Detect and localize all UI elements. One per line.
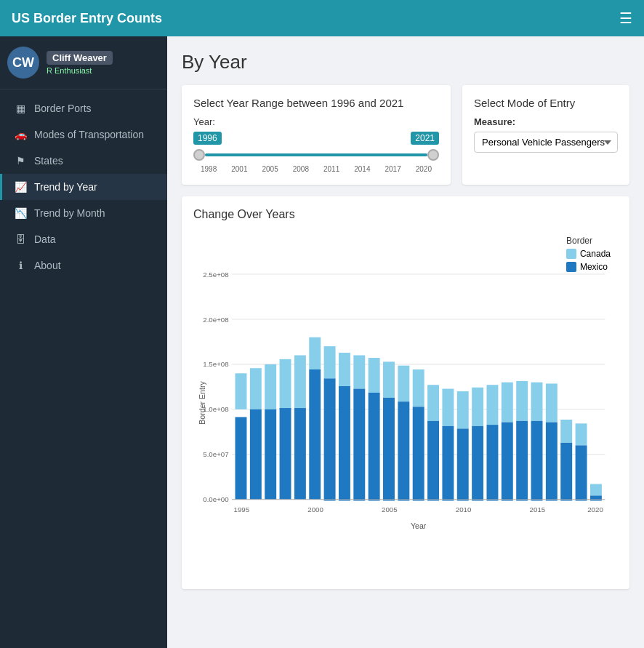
svg-rect-31 (369, 393, 380, 501)
year-range-card: Select Year Range between 1996 and 2021 … (182, 85, 451, 185)
svg-rect-48 (502, 383, 513, 423)
slider-row[interactable] (193, 148, 439, 162)
canada-legend-label: Canada (580, 249, 611, 259)
sidebar-item-border-ports[interactable]: ▦ Border Ports (0, 95, 167, 121)
mexico-legend-label: Mexico (580, 262, 608, 272)
svg-text:1.0e+08: 1.0e+08 (203, 405, 228, 413)
sidebar-item-modes[interactable]: 🚗 Modes of Transportation (0, 121, 167, 148)
main-content: By Year Select Year Range between 1996 a… (167, 36, 644, 648)
svg-rect-45 (472, 426, 483, 501)
svg-text:1995: 1995 (234, 505, 250, 513)
svg-rect-40 (442, 389, 454, 426)
page-title: By Year (182, 51, 629, 73)
bar-chart: Border Entry 2.5e+08 2.0e+08 1.5e+08 1.0… (193, 228, 618, 577)
svg-rect-25 (324, 378, 336, 500)
svg-rect-34 (398, 366, 409, 402)
sidebar-item-states[interactable]: ⚑ States (0, 148, 167, 174)
svg-rect-26 (339, 353, 350, 386)
svg-rect-15 (250, 409, 262, 500)
svg-rect-53 (531, 421, 543, 501)
sidebar: CW Cliff Weaver R Enthusiast ▦ Border Po… (0, 36, 167, 648)
svg-rect-33 (383, 398, 395, 501)
sidebar-item-trend-year-label: Trend by Year (34, 181, 97, 193)
modes-icon: 🚗 (14, 129, 27, 140)
svg-text:2005: 2005 (382, 505, 398, 513)
legend-title: Border (566, 236, 611, 246)
slider-ticks: 1998 2001 2005 2008 2011 2014 2017 2020 (201, 165, 432, 173)
svg-rect-38 (427, 385, 439, 421)
nav-items: ▦ Border Ports 🚗 Modes of Transportation… (0, 89, 167, 279)
chart-title: Change Over Years (193, 208, 618, 221)
svg-rect-57 (560, 443, 572, 501)
svg-rect-44 (472, 388, 483, 426)
svg-rect-27 (339, 386, 350, 501)
svg-rect-46 (486, 385, 498, 425)
y-axis-label: Border Entry (198, 381, 206, 425)
year-range-subtitle: Select Year Range between 1996 and 2021 (193, 97, 439, 109)
svg-rect-52 (531, 383, 543, 421)
sidebar-item-trend-month[interactable]: 📉 Trend by Month (0, 200, 167, 226)
sidebar-item-modes-label: Modes of Transportation (34, 129, 144, 140)
start-year-badge: 1996 (193, 132, 222, 145)
svg-rect-54 (546, 383, 558, 422)
mode-card-title: Select Mode of Entry (474, 97, 618, 109)
menu-icon[interactable]: ☰ (619, 9, 632, 27)
sidebar-item-trend-year[interactable]: 📈 Trend by Year (0, 174, 167, 200)
states-icon: ⚑ (14, 155, 27, 167)
svg-rect-18 (280, 359, 291, 409)
trend-month-icon: 📉 (14, 207, 27, 219)
svg-rect-16 (265, 364, 276, 409)
sidebar-item-about-label: About (34, 260, 61, 271)
svg-rect-43 (457, 428, 469, 500)
svg-rect-56 (560, 420, 572, 443)
svg-rect-37 (413, 407, 424, 500)
user-info: Cliff Weaver R Enthusiast (47, 51, 113, 75)
chart-area: Border Canada Mexico Border Entry (193, 228, 618, 577)
slider-badges: 1996 2021 (193, 132, 439, 145)
measure-label: Measure: (474, 116, 618, 127)
svg-text:2010: 2010 (456, 505, 472, 513)
svg-text:0.0e+00: 0.0e+00 (203, 495, 229, 503)
app-header: US Border Entry Counts ☰ (0, 0, 644, 36)
svg-text:2000: 2000 (307, 505, 323, 513)
sidebar-item-data[interactable]: 🗄 Data (0, 226, 167, 252)
mexico-legend-box (566, 262, 576, 272)
slider-right-handle[interactable] (427, 149, 439, 161)
svg-rect-23 (309, 369, 321, 500)
svg-rect-14 (250, 368, 262, 409)
year-label: Year: (193, 116, 439, 127)
svg-rect-17 (265, 409, 276, 500)
svg-rect-60 (590, 484, 602, 495)
svg-text:Year: Year (411, 521, 427, 530)
svg-rect-51 (516, 421, 528, 501)
svg-rect-19 (280, 408, 291, 500)
app-title: US Border Entry Counts (12, 11, 619, 26)
mode-select[interactable]: Personal Vehicle Passengers Personal Veh… (474, 132, 618, 153)
user-name-badge: Cliff Weaver (47, 51, 113, 65)
svg-rect-22 (309, 337, 321, 369)
mode-card: Select Mode of Entry Measure: Personal V… (462, 85, 629, 185)
svg-text:2.0e+08: 2.0e+08 (203, 316, 228, 324)
border-ports-icon: ▦ (14, 103, 27, 114)
svg-rect-30 (369, 358, 380, 393)
user-subtitle: R Enthusiast (47, 66, 113, 75)
svg-rect-29 (353, 389, 365, 501)
svg-rect-42 (457, 391, 469, 428)
svg-rect-24 (324, 346, 336, 378)
canada-legend-box (566, 249, 576, 259)
sidebar-item-trend-month-label: Trend by Month (34, 207, 105, 219)
legend-item-mexico: Mexico (566, 262, 611, 272)
svg-rect-39 (427, 421, 439, 501)
svg-rect-32 (383, 361, 395, 398)
svg-rect-41 (442, 426, 454, 501)
sidebar-item-about[interactable]: ℹ About (0, 252, 167, 279)
svg-text:2.5e+08: 2.5e+08 (203, 271, 228, 279)
svg-rect-47 (486, 425, 498, 500)
sidebar-item-data-label: Data (34, 233, 56, 245)
svg-text:2015: 2015 (530, 505, 546, 513)
svg-rect-58 (576, 423, 587, 445)
top-row: Select Year Range between 1996 and 2021 … (182, 85, 629, 185)
svg-rect-59 (576, 445, 587, 500)
sidebar-item-states-label: States (34, 155, 63, 167)
slider-left-handle[interactable] (193, 149, 205, 161)
